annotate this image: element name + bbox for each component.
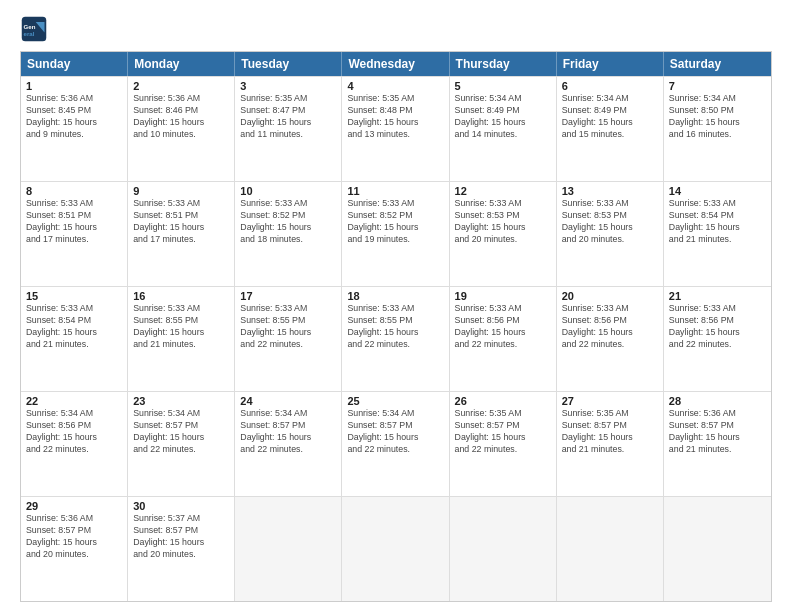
cell-day-number: 10 — [240, 185, 336, 197]
cell-info: Sunrise: 5:35 AM Sunset: 8:47 PM Dayligh… — [240, 93, 336, 141]
cell-day-number: 14 — [669, 185, 766, 197]
cell-info: Sunrise: 5:34 AM Sunset: 8:56 PM Dayligh… — [26, 408, 122, 456]
cell-day-number: 26 — [455, 395, 551, 407]
cell-info: Sunrise: 5:37 AM Sunset: 8:57 PM Dayligh… — [133, 513, 229, 561]
calendar-row: 15Sunrise: 5:33 AM Sunset: 8:54 PM Dayli… — [21, 286, 771, 391]
calendar-cell: 3Sunrise: 5:35 AM Sunset: 8:47 PM Daylig… — [235, 77, 342, 181]
weekday-header: Friday — [557, 52, 664, 76]
cell-day-number: 2 — [133, 80, 229, 92]
calendar-cell: 14Sunrise: 5:33 AM Sunset: 8:54 PM Dayli… — [664, 182, 771, 286]
calendar-cell: 7Sunrise: 5:34 AM Sunset: 8:50 PM Daylig… — [664, 77, 771, 181]
cell-info: Sunrise: 5:36 AM Sunset: 8:57 PM Dayligh… — [669, 408, 766, 456]
cell-info: Sunrise: 5:33 AM Sunset: 8:56 PM Dayligh… — [669, 303, 766, 351]
calendar-cell — [557, 497, 664, 601]
cell-day-number: 18 — [347, 290, 443, 302]
cell-info: Sunrise: 5:33 AM Sunset: 8:52 PM Dayligh… — [347, 198, 443, 246]
cell-info: Sunrise: 5:35 AM Sunset: 8:48 PM Dayligh… — [347, 93, 443, 141]
weekday-header: Thursday — [450, 52, 557, 76]
cell-info: Sunrise: 5:36 AM Sunset: 8:57 PM Dayligh… — [26, 513, 122, 561]
cell-info: Sunrise: 5:34 AM Sunset: 8:50 PM Dayligh… — [669, 93, 766, 141]
cell-info: Sunrise: 5:33 AM Sunset: 8:54 PM Dayligh… — [26, 303, 122, 351]
cell-info: Sunrise: 5:33 AM Sunset: 8:56 PM Dayligh… — [455, 303, 551, 351]
cell-day-number: 29 — [26, 500, 122, 512]
cell-day-number: 17 — [240, 290, 336, 302]
calendar-cell: 6Sunrise: 5:34 AM Sunset: 8:49 PM Daylig… — [557, 77, 664, 181]
cell-info: Sunrise: 5:34 AM Sunset: 8:49 PM Dayligh… — [562, 93, 658, 141]
calendar-cell: 17Sunrise: 5:33 AM Sunset: 8:55 PM Dayli… — [235, 287, 342, 391]
calendar-cell: 5Sunrise: 5:34 AM Sunset: 8:49 PM Daylig… — [450, 77, 557, 181]
cell-day-number: 21 — [669, 290, 766, 302]
svg-text:Gen: Gen — [24, 23, 36, 30]
page-header: Gen eral — [20, 15, 772, 43]
cell-info: Sunrise: 5:33 AM Sunset: 8:51 PM Dayligh… — [26, 198, 122, 246]
calendar-cell: 1Sunrise: 5:36 AM Sunset: 8:45 PM Daylig… — [21, 77, 128, 181]
calendar-cell: 4Sunrise: 5:35 AM Sunset: 8:48 PM Daylig… — [342, 77, 449, 181]
cell-info: Sunrise: 5:34 AM Sunset: 8:49 PM Dayligh… — [455, 93, 551, 141]
cell-info: Sunrise: 5:33 AM Sunset: 8:51 PM Dayligh… — [133, 198, 229, 246]
cell-info: Sunrise: 5:33 AM Sunset: 8:54 PM Dayligh… — [669, 198, 766, 246]
cell-day-number: 16 — [133, 290, 229, 302]
calendar-cell — [235, 497, 342, 601]
cell-day-number: 4 — [347, 80, 443, 92]
calendar-cell: 19Sunrise: 5:33 AM Sunset: 8:56 PM Dayli… — [450, 287, 557, 391]
cell-info: Sunrise: 5:33 AM Sunset: 8:55 PM Dayligh… — [133, 303, 229, 351]
calendar-cell: 30Sunrise: 5:37 AM Sunset: 8:57 PM Dayli… — [128, 497, 235, 601]
calendar-cell — [450, 497, 557, 601]
calendar-cell: 27Sunrise: 5:35 AM Sunset: 8:57 PM Dayli… — [557, 392, 664, 496]
calendar-cell: 8Sunrise: 5:33 AM Sunset: 8:51 PM Daylig… — [21, 182, 128, 286]
calendar-cell: 25Sunrise: 5:34 AM Sunset: 8:57 PM Dayli… — [342, 392, 449, 496]
cell-day-number: 9 — [133, 185, 229, 197]
cell-info: Sunrise: 5:36 AM Sunset: 8:46 PM Dayligh… — [133, 93, 229, 141]
cell-day-number: 22 — [26, 395, 122, 407]
calendar-cell: 21Sunrise: 5:33 AM Sunset: 8:56 PM Dayli… — [664, 287, 771, 391]
calendar-cell — [342, 497, 449, 601]
calendar-row: 1Sunrise: 5:36 AM Sunset: 8:45 PM Daylig… — [21, 76, 771, 181]
weekday-header: Saturday — [664, 52, 771, 76]
cell-day-number: 6 — [562, 80, 658, 92]
weekday-header: Wednesday — [342, 52, 449, 76]
cell-day-number: 5 — [455, 80, 551, 92]
calendar-cell: 29Sunrise: 5:36 AM Sunset: 8:57 PM Dayli… — [21, 497, 128, 601]
calendar-cell: 11Sunrise: 5:33 AM Sunset: 8:52 PM Dayli… — [342, 182, 449, 286]
calendar-cell: 24Sunrise: 5:34 AM Sunset: 8:57 PM Dayli… — [235, 392, 342, 496]
calendar-row: 22Sunrise: 5:34 AM Sunset: 8:56 PM Dayli… — [21, 391, 771, 496]
cell-day-number: 15 — [26, 290, 122, 302]
calendar-cell: 13Sunrise: 5:33 AM Sunset: 8:53 PM Dayli… — [557, 182, 664, 286]
cell-info: Sunrise: 5:34 AM Sunset: 8:57 PM Dayligh… — [240, 408, 336, 456]
cell-day-number: 20 — [562, 290, 658, 302]
cell-info: Sunrise: 5:36 AM Sunset: 8:45 PM Dayligh… — [26, 93, 122, 141]
cell-info: Sunrise: 5:33 AM Sunset: 8:56 PM Dayligh… — [562, 303, 658, 351]
cell-day-number: 28 — [669, 395, 766, 407]
calendar-cell: 12Sunrise: 5:33 AM Sunset: 8:53 PM Dayli… — [450, 182, 557, 286]
cell-info: Sunrise: 5:33 AM Sunset: 8:53 PM Dayligh… — [455, 198, 551, 246]
cell-info: Sunrise: 5:34 AM Sunset: 8:57 PM Dayligh… — [133, 408, 229, 456]
cell-day-number: 27 — [562, 395, 658, 407]
cell-day-number: 1 — [26, 80, 122, 92]
calendar-cell: 2Sunrise: 5:36 AM Sunset: 8:46 PM Daylig… — [128, 77, 235, 181]
calendar-cell: 26Sunrise: 5:35 AM Sunset: 8:57 PM Dayli… — [450, 392, 557, 496]
logo-icon: Gen eral — [20, 15, 48, 43]
cell-day-number: 12 — [455, 185, 551, 197]
calendar: SundayMondayTuesdayWednesdayThursdayFrid… — [20, 51, 772, 602]
calendar-cell: 16Sunrise: 5:33 AM Sunset: 8:55 PM Dayli… — [128, 287, 235, 391]
cell-info: Sunrise: 5:35 AM Sunset: 8:57 PM Dayligh… — [562, 408, 658, 456]
cell-day-number: 19 — [455, 290, 551, 302]
cell-day-number: 13 — [562, 185, 658, 197]
cell-day-number: 25 — [347, 395, 443, 407]
cell-day-number: 7 — [669, 80, 766, 92]
logo: Gen eral — [20, 15, 52, 43]
calendar-cell: 28Sunrise: 5:36 AM Sunset: 8:57 PM Dayli… — [664, 392, 771, 496]
cell-info: Sunrise: 5:33 AM Sunset: 8:55 PM Dayligh… — [240, 303, 336, 351]
cell-info: Sunrise: 5:33 AM Sunset: 8:53 PM Dayligh… — [562, 198, 658, 246]
calendar-cell: 10Sunrise: 5:33 AM Sunset: 8:52 PM Dayli… — [235, 182, 342, 286]
weekday-header: Sunday — [21, 52, 128, 76]
weekday-header: Monday — [128, 52, 235, 76]
cell-day-number: 24 — [240, 395, 336, 407]
calendar-cell — [664, 497, 771, 601]
calendar-cell: 9Sunrise: 5:33 AM Sunset: 8:51 PM Daylig… — [128, 182, 235, 286]
calendar-body: 1Sunrise: 5:36 AM Sunset: 8:45 PM Daylig… — [21, 76, 771, 601]
cell-day-number: 8 — [26, 185, 122, 197]
cell-day-number: 23 — [133, 395, 229, 407]
cell-day-number: 11 — [347, 185, 443, 197]
calendar-cell: 18Sunrise: 5:33 AM Sunset: 8:55 PM Dayli… — [342, 287, 449, 391]
